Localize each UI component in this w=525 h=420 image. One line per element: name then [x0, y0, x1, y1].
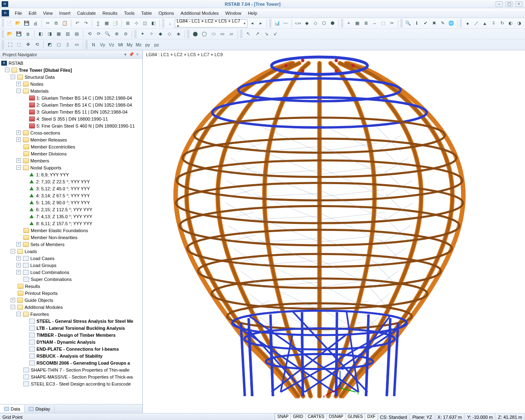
menu-calculate[interactable]: Calculate — [74, 9, 99, 17]
maximize-button[interactable]: ▢ — [505, 1, 513, 7]
tree-support-item[interactable]: 4: 3,14; Z 67.5 °; YYY YYY — [0, 192, 142, 199]
tree-favorites[interactable]: –Favorites — [0, 310, 142, 317]
tb-next-icon[interactable]: ▸ — [257, 19, 265, 27]
tb2-h-icon[interactable]: 🔍 — [103, 30, 112, 38]
navigator-tab-display[interactable]: Display — [25, 405, 55, 413]
tb-misc3-icon[interactable]: ⬡ — [320, 19, 328, 27]
tree-nodal-supports[interactable]: –Nodal Supports — [0, 164, 142, 171]
tree-material-item[interactable]: 1: Gluelam Timber BS 14 C | DIN 1052:198… — [0, 94, 142, 101]
tb2-d-icon[interactable]: ▥ — [64, 30, 72, 38]
tb2-save-icon[interactable]: 💾 — [15, 30, 23, 38]
tb3-f-icon[interactable]: Mz — [135, 41, 143, 49]
tree-module-item[interactable]: SHAPE-MASSIVE - Section Properties of Th… — [0, 373, 142, 380]
tb2-f-icon[interactable]: ⟲ — [85, 30, 94, 38]
tb-view3d-icon[interactable]: ◫ — [141, 19, 149, 27]
tb-table-icon[interactable]: ▦ — [103, 19, 111, 27]
tb-layer-icon[interactable]: ≣ — [362, 19, 370, 27]
tb3-zoomwin-icon[interactable]: ⬚ — [15, 41, 23, 49]
tb3-front-icon[interactable]: ▢ — [55, 41, 63, 49]
status-grid[interactable]: GRID — [290, 413, 306, 420]
tb-open-icon[interactable]: 📂 — [14, 19, 22, 27]
tb3-h-icon[interactable]: pz — [153, 41, 161, 49]
tree-material-item[interactable]: 5: Fine Grain Steel S 460 N | DIN 18800:… — [0, 122, 142, 129]
tree-support-item[interactable]: 2: 7,10; Z 22.5 °; YYY YYY — [0, 178, 142, 185]
tb3-e-icon[interactable]: My — [126, 41, 134, 49]
menu-options[interactable]: Options — [155, 9, 177, 17]
tb3-iso-icon[interactable]: ◩ — [46, 41, 54, 49]
navigator-dropdown-icon[interactable]: ▾ — [123, 52, 128, 57]
tb-find-icon[interactable]: 🔍 — [404, 19, 412, 27]
tree-sets-of-members[interactable]: +Sets of Members — [0, 241, 142, 248]
model-viewport[interactable]: LG84 : LC1 + LC2 + LC5 + LC7 + LC9 x y z — [143, 50, 525, 413]
tree-support-item[interactable]: 1: 8,9; YYY YYY — [0, 171, 142, 178]
tree-favorite-item[interactable]: DYNAM - Dynamic Analysis — [0, 338, 142, 345]
tb2-a-icon[interactable]: ◧ — [37, 30, 45, 38]
tb2-u-icon[interactable]: ↖ — [244, 30, 252, 38]
tree-project[interactable]: –Tree Tower [Dlubal Files] — [0, 66, 142, 73]
tb2-x-icon[interactable]: ↙ — [271, 30, 279, 38]
menu-window[interactable]: Window — [222, 9, 244, 17]
tree-nodes[interactable]: +Nodes — [0, 80, 142, 87]
tb-new-icon[interactable]: 📄 — [6, 19, 14, 27]
tb2-o-icon[interactable]: ◈ — [174, 30, 183, 38]
tb2-saveas-icon[interactable]: 🗎 — [24, 30, 32, 38]
tb-deform-icon[interactable]: 〰 — [282, 19, 290, 27]
tree-cross-sections[interactable]: +Cross-sections — [0, 129, 142, 136]
menu-results[interactable]: Results — [99, 9, 121, 17]
tb2-e-icon[interactable]: ▤ — [73, 30, 81, 38]
tb-snap-icon[interactable]: ⌖ — [345, 19, 353, 27]
tb-cut-icon[interactable]: ✂ — [44, 19, 52, 27]
loadcase-combo[interactable]: LG84 - LC1 + LC2 + LC5 + LC7 + — [175, 19, 248, 27]
menu-view[interactable]: View — [40, 9, 56, 17]
tree-results[interactable]: Results — [0, 283, 142, 290]
tb3-b-icon[interactable]: Vy — [98, 41, 107, 49]
tree-additional-modules[interactable]: –Additional Modules — [0, 304, 142, 310]
status-glines[interactable]: GLINES — [345, 413, 365, 420]
tb-moment-icon[interactable]: ↻ — [498, 19, 506, 27]
menu-tools[interactable]: Tools — [121, 9, 138, 17]
tb2-r-icon[interactable]: ⬭ — [209, 30, 217, 38]
tb3-g-icon[interactable]: py — [144, 41, 152, 49]
tb2-s-icon[interactable]: ▭ — [218, 30, 226, 38]
tree-member-divisions[interactable]: Member Divisions — [0, 150, 142, 157]
tb2-k-icon[interactable]: ✦ — [138, 30, 146, 38]
tb-report-icon[interactable]: 📑 — [112, 19, 119, 27]
tb-clip-icon[interactable]: ✂ — [388, 19, 396, 27]
tb-misc2-icon[interactable]: ◇ — [311, 19, 319, 27]
tree-support-item[interactable]: 6: 2,15; Z 112.5 °; YYY YYY — [0, 206, 142, 213]
tree-favorite-item[interactable]: END-PLATE - Connections for I-beams — [0, 345, 142, 352]
tb2-v-icon[interactable]: ↗ — [253, 30, 261, 38]
tb-support-icon[interactable]: ▲ — [481, 19, 489, 27]
tb-grid2-icon[interactable]: ▦ — [354, 19, 361, 27]
tb-edit-icon[interactable]: ✎ — [439, 19, 447, 27]
tb-render-icon[interactable]: ◧ — [150, 19, 158, 27]
tb3-top-icon[interactable]: ▭ — [73, 41, 81, 49]
tb-check-icon[interactable]: ✔ — [422, 19, 429, 27]
menu-table[interactable]: Table — [138, 9, 155, 17]
tree-support-item[interactable]: 8: 6,11; Z 157.5 °; YYY YYY — [0, 220, 142, 227]
menu-additional-modules[interactable]: Additional Modules — [177, 9, 222, 17]
navigator-tab-data[interactable]: Data — [0, 405, 25, 413]
tb-print-icon[interactable]: 🖨 — [32, 19, 39, 27]
tree-loads[interactable]: –Loads — [0, 248, 142, 255]
tree-guide-objects[interactable]: +Guide Objects — [0, 297, 142, 304]
tb3-c-icon[interactable]: Vz — [107, 41, 116, 49]
status-dxf[interactable]: DXF — [365, 413, 378, 420]
navigator-close-icon[interactable]: × — [135, 52, 140, 57]
tb3-zoomfit-icon[interactable]: ⛶ — [6, 41, 14, 49]
tb-globe-icon[interactable]: 🌐 — [447, 19, 455, 27]
tb-copy-icon[interactable]: ⧉ — [52, 19, 60, 27]
tb3-pan-icon[interactable]: ✥ — [24, 41, 32, 49]
tb2-t-icon[interactable]: ▱ — [227, 30, 235, 38]
tb2-l-icon[interactable]: ✧ — [147, 30, 155, 38]
tree-material-item[interactable]: 4: Steel S 355 | DIN 18800:1990-11 — [0, 115, 142, 122]
navigator-pin-icon[interactable]: 📌 — [128, 52, 135, 57]
tree-load-combinations[interactable]: +Load Combinations — [0, 269, 142, 276]
tree-structural-data[interactable]: –Structural Data — [0, 73, 142, 80]
tb-grid-icon[interactable]: ⊞ — [124, 19, 132, 27]
tb3-d-icon[interactable]: Mt — [116, 41, 125, 49]
tree-support-item[interactable]: 3: 5,12; Z 45.0 °; YYY YYY — [0, 185, 142, 192]
tree-material-item[interactable]: 3: Gluelam Timber BS 11 | DIN 1052:1988-… — [0, 108, 142, 115]
tree-materials[interactable]: –Materials — [0, 87, 142, 94]
tb3-side-icon[interactable]: ▯ — [64, 41, 72, 49]
